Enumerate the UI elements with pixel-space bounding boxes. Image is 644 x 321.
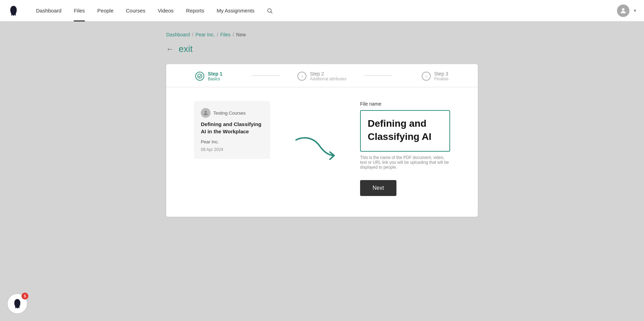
step-2-label: Step 2 [310, 71, 346, 77]
nav-link-dashboard[interactable]: Dashboard [30, 0, 68, 21]
bottom-widget[interactable]: 5 [7, 293, 28, 314]
breadcrumb-sep-2: / [217, 32, 218, 37]
preview-date: 08 Apr 2024 [201, 147, 263, 152]
step-line-2 [365, 75, 392, 76]
nav-link-videos[interactable]: Videos [152, 0, 180, 21]
preview-user-name: Testing Courses [213, 110, 245, 116]
navbar-right: ▼ [617, 5, 637, 17]
back-arrow-icon[interactable]: ← [166, 45, 174, 54]
step-3-circle: ○ [422, 72, 431, 81]
file-name-input[interactable] [368, 117, 442, 143]
user-dropdown-arrow[interactable]: ▼ [633, 8, 637, 13]
nav-link-my-assignments[interactable]: My Assignments [211, 0, 261, 21]
widget-badge: 5 [21, 293, 28, 300]
svg-point-2 [622, 8, 624, 10]
file-preview-panel: Testing Courses Defining and Classifying… [194, 101, 270, 196]
step-1-sublabel: Basics [208, 77, 222, 81]
app-logo[interactable] [7, 4, 20, 17]
stepper: Step 1 Basics ○ Step 2 Additional attrib… [166, 64, 478, 87]
nav-link-files[interactable]: Files [68, 0, 91, 21]
nav-link-people[interactable]: People [91, 0, 120, 21]
step-3: ○ Step 3 Finalise [392, 71, 478, 87]
svg-point-3 [198, 74, 202, 78]
svg-point-0 [268, 9, 271, 12]
file-name-label: File name [360, 101, 450, 107]
step-2-sublabel: Additional attributes [310, 77, 346, 81]
step-3-label: Step 3 [434, 71, 448, 77]
step-line-1 [252, 75, 279, 76]
breadcrumb-pear-inc[interactable]: Pear Inc. [195, 32, 215, 37]
file-name-input-wrapper[interactable] [360, 110, 450, 152]
field-hint: This is the name of the PDF document, vi… [360, 155, 450, 170]
exit-row: ← exit [166, 44, 478, 54]
arrow-container [291, 101, 339, 196]
step-2-circle: ○ [297, 72, 306, 81]
step-1-circle [195, 72, 204, 81]
teal-curved-arrow [293, 133, 338, 164]
breadcrumb-files[interactable]: Files [220, 32, 231, 37]
preview-title: Defining and Classifying AI in the Workp… [201, 121, 263, 135]
page-wrapper: Dashboard / Pear Inc. / Files / New ← ex… [0, 21, 644, 321]
preview-user-avatar [201, 108, 211, 118]
breadcrumb-dashboard[interactable]: Dashboard [166, 32, 190, 37]
step-3-sublabel: Finalise [434, 77, 448, 81]
breadcrumb-sep-3: / [233, 32, 234, 37]
file-preview-card: Testing Courses Defining and Classifying… [194, 101, 270, 159]
breadcrumb-sep-1: / [192, 32, 194, 37]
search-icon[interactable] [264, 5, 275, 16]
file-preview-user: Testing Courses [201, 108, 263, 118]
step-2: ○ Step 2 Additional attributes [279, 71, 365, 87]
svg-point-4 [205, 111, 207, 113]
svg-line-1 [271, 12, 272, 13]
content-area: Dashboard / Pear Inc. / Files / New ← ex… [166, 32, 478, 217]
form-right-panel: File name This is the name of the PDF do… [360, 101, 450, 196]
nav-link-courses[interactable]: Courses [120, 0, 152, 21]
nav-links: Dashboard Files People Courses Videos Re… [30, 0, 275, 21]
breadcrumb-current: New [236, 32, 246, 37]
user-avatar[interactable] [617, 5, 629, 17]
preview-org: Pear Inc. [201, 139, 263, 144]
next-button[interactable]: Next [360, 180, 396, 196]
exit-label[interactable]: exit [179, 44, 193, 54]
form-card: Testing Courses Defining and Classifying… [166, 87, 478, 217]
navbar: Dashboard Files People Courses Videos Re… [0, 0, 644, 21]
step-1-label: Step 1 [208, 71, 222, 77]
breadcrumb: Dashboard / Pear Inc. / Files / New [166, 32, 478, 37]
nav-link-reports[interactable]: Reports [180, 0, 211, 21]
step-1: Step 1 Basics [166, 71, 252, 87]
